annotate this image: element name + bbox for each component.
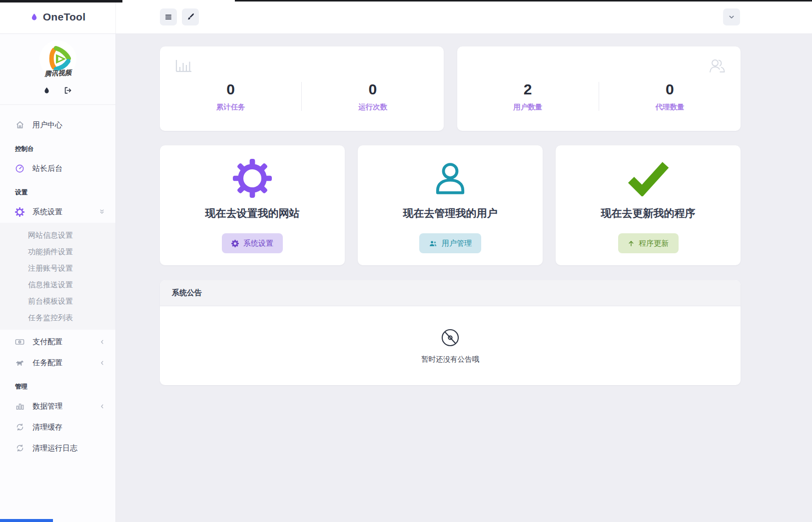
sidebar-item-payment[interactable]: 支付配置 [0,332,115,352]
users-icon [429,240,437,247]
sidebar-item-label: 用户中心 [32,120,62,130]
refresh-icon [15,423,24,432]
sidebar-item-clear-run-logs[interactable]: 清理运行日志 [0,438,115,458]
bottom-edge-bar [0,519,53,522]
sidebar: 腾讯视频 用户中心 控制台 站长后台 设置 [0,34,116,522]
stat-value: 0 [599,81,741,98]
stat-run-count: 0 运行次数 [302,81,443,112]
action-title: 现在去设置我的网站 [205,206,300,220]
brand: OneTool [0,0,116,33]
announcement-empty-text: 暂时还没有公告哦 [421,355,479,364]
manage-users-card: 现在去管理我的用户 用户管理 [358,145,543,265]
sidebar-heading-manage: 管理 [0,383,115,391]
button-label: 系统设置 [243,239,273,248]
user-manage-button[interactable]: 用户管理 [419,233,481,253]
button-label: 程序更新 [639,239,669,248]
stat-label: 累计任务 [160,102,301,112]
brand-name: OneTool [43,11,86,23]
stat-value: 2 [457,81,599,98]
stat-label: 用户数量 [457,102,599,112]
chart-column-icon [175,58,193,74]
sidebar-item-label: 数据管理 [32,402,62,411]
submenu-item-task-monitor[interactable]: 任务监控列表 [0,309,115,326]
submenu-item-plugins[interactable]: 功能插件设置 [0,243,115,260]
sidebar-toggle-button[interactable] [160,8,177,25]
home-icon [15,120,24,129]
users-outline-icon [708,57,727,74]
setup-site-card: 现在去设置我的网站 [160,145,345,265]
topbar: OneTool [0,0,812,34]
announcement-panel: 系统公告 暂时还没有公告哦 [160,280,741,385]
submenu-item-template[interactable]: 前台模板设置 [0,293,115,309]
tasks-stat-card: 0 累计任务 0 运行次数 [160,46,444,131]
collapse-header-button[interactable] [723,8,740,25]
announcement-body: 暂时还没有公告哦 [160,306,741,385]
top-edge-bar-right [235,0,812,1]
top-edge-bar-left [0,0,122,2]
sign-out-icon[interactable] [63,86,72,95]
sidebar-heading-console: 控制台 [0,145,115,153]
gear-outline-icon [233,157,272,199]
stat-user-count: 2 用户数量 [457,81,599,112]
sidebar-item-system-settings[interactable]: 系统设置 [0,202,115,222]
chevron-left-icon [99,403,105,410]
drop-logo-icon [30,12,38,22]
chevron-down-icon [728,13,736,21]
sidebar-item-label: 清理缓存 [32,423,62,432]
hamburger-icon [164,12,173,21]
stat-label: 运行次数 [302,102,443,112]
announcement-title: 系统公告 [172,288,202,298]
action-title: 现在去管理我的用户 [403,206,498,220]
system-settings-submenu: 网站信息设置 功能插件设置 注册账号设置 信息推送设置 前台模板设置 任务监控列… [0,223,115,330]
sidebar-item-label: 系统设置 [32,207,62,217]
sidebar-item-label: 支付配置 [32,337,62,347]
gear-icon [231,240,239,247]
stat-agent-count: 0 代理数量 [599,81,741,112]
sidebar-item-label: 任务配置 [32,358,62,368]
program-update-button[interactable]: 程序更新 [618,233,679,253]
announcement-header: 系统公告 [160,280,741,306]
double-chevron-down-icon [98,208,105,215]
bar-chart-icon [15,402,24,411]
users-stat-card: 2 用户数量 0 代理数量 [457,46,741,131]
profile-block: 腾讯视频 [0,34,115,105]
chevron-left-icon [99,339,105,345]
dog-icon [15,358,24,368]
chevron-left-icon [99,360,105,366]
sidebar-item-data-manage[interactable]: 数据管理 [0,396,115,416]
tint-icon[interactable] [43,86,50,95]
stat-label: 代理数量 [599,102,741,112]
action-title: 现在去更新我的程序 [601,206,696,220]
sidebar-heading-settings: 设置 [0,188,115,197]
theme-brush-button[interactable] [182,8,199,25]
check-icon [627,157,670,199]
submenu-item-site-info[interactable]: 网站信息设置 [0,227,115,243]
sidebar-item-webmaster[interactable]: 站长后台 [0,158,115,178]
refresh-icon [15,444,24,453]
compact-disc-icon [440,327,461,348]
sidebar-item-task-config[interactable]: 任务配置 [0,353,115,373]
arrow-up-icon [628,240,635,247]
sidebar-item-label: 清理运行日志 [32,444,77,453]
money-bill-icon [15,337,24,347]
paintbrush-icon [186,12,195,21]
stat-value: 0 [160,81,301,98]
tachometer-icon [15,164,24,173]
button-label: 用户管理 [442,239,472,248]
update-program-card: 现在去更新我的程序 程序更新 [556,145,741,265]
sidebar-item-label: 站长后台 [32,164,62,173]
sidebar-item-user-center[interactable]: 用户中心 [0,115,115,135]
stat-value: 0 [302,81,443,98]
submenu-item-push[interactable]: 信息推送设置 [0,276,115,293]
gear-icon [15,207,24,217]
main-content: 0 累计任务 0 运行次数 2 用户数量 [160,46,741,385]
submenu-item-register[interactable]: 注册账号设置 [0,260,115,276]
stat-total-tasks: 0 累计任务 [160,81,301,112]
user-outline-icon [432,157,468,199]
sidebar-item-clear-cache[interactable]: 清理缓存 [0,417,115,437]
avatar: 腾讯视频 [39,40,77,78]
system-settings-button[interactable]: 系统设置 [222,233,283,253]
